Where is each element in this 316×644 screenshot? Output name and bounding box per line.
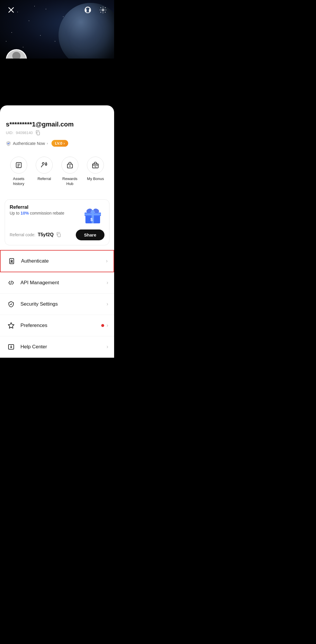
settings-button[interactable] [98,5,108,15]
svg-point-5 [102,9,104,11]
uid-value: 94098140 [16,131,33,135]
quick-actions: Assets history Referral [6,154,108,193]
copy-referral-code-button[interactable] [56,232,61,238]
menu-item-help-center[interactable]: Help Center › [0,336,114,358]
header-right-actions [83,5,108,15]
close-button[interactable] [6,5,16,15]
action-my-bonus[interactable]: % My Bonus [85,157,106,186]
security-settings-label: Security Settings [20,301,107,307]
svg-point-11 [42,162,44,165]
authenticate-menu-chevron: › [106,258,108,264]
action-assets-history[interactable]: Assets history [8,157,29,186]
menu-item-api-management[interactable]: API Management › [0,272,114,294]
rewards-hub-label: Rewards Hub [60,177,80,186]
avatar [6,49,27,59]
svg-point-4 [89,10,90,11]
copy-uid-button[interactable] [35,130,40,135]
svg-marker-33 [8,323,14,328]
referral-card-bottom: Referral code: T5yf2Q Share [10,229,104,240]
authenticate-now-label: Authenticate Now [13,141,45,146]
referral-info: Referral Up to 10% commission rebate [10,204,64,215]
action-referral[interactable]: Referral [34,157,54,186]
authenticate-menu-icon [6,256,17,266]
header-nav [0,5,114,15]
level-badge[interactable]: LV.0 › [51,140,68,147]
referral-subtitle: Up to 10% commission rebate [10,211,64,215]
assets-history-label: Assets history [8,177,29,186]
svg-rect-29 [58,234,60,237]
uid-label: UID: [6,131,13,135]
referral-code-value: T5yf2Q [38,232,54,237]
content-card: s*********1@gmail.com UID: 94098140 Auth… [0,105,114,358]
menu-item-authenticate[interactable]: Authenticate › [0,250,114,272]
authenticate-menu-label: Authenticate [21,258,106,264]
svg-rect-6 [37,132,40,135]
menu-item-security-settings[interactable]: Security Settings › [0,294,114,315]
api-management-chevron: › [107,280,108,286]
profile-section: s*********1@gmail.com UID: 94098140 Auth… [0,105,114,199]
svg-rect-30 [10,258,14,264]
preferences-icon [6,320,16,331]
api-management-label: API Management [20,280,107,286]
referral-icon-wrap [36,157,53,174]
level-label: LV.0 [55,141,62,145]
help-center-chevron: › [107,344,108,350]
action-rewards-hub[interactable]: Rewards Hub [60,157,80,186]
menu-list: Authenticate › API Management › [0,250,114,358]
referral-card-top: Referral Up to 10% commission rebate [10,204,104,225]
help-center-label: Help Center [20,344,107,350]
security-settings-chevron: › [107,301,108,307]
my-bonus-icon-wrap: % [87,157,104,174]
header-background [0,0,114,59]
svg-point-35 [11,347,12,347]
authenticate-now-badge[interactable]: Authenticate Now › [6,141,48,146]
referral-title: Referral [10,204,64,210]
menu-item-preferences[interactable]: Preferences › [0,315,114,336]
svg-text:%: % [95,165,97,168]
level-chevron: › [63,141,65,145]
svg-line-32 [11,281,11,285]
referral-code-label: Referral code: [10,232,35,237]
assets-history-icon-wrap [10,157,27,174]
support-button[interactable] [83,5,93,15]
referral-label: Referral [37,177,51,181]
share-button[interactable]: Share [76,229,104,240]
preferences-label: Preferences [20,323,101,328]
security-settings-icon [6,299,16,309]
preferences-notification-dot [101,324,104,327]
my-bonus-label: My Bonus [87,177,104,181]
help-center-icon [6,342,16,352]
rewards-hub-icon-wrap [61,157,78,174]
referral-percent: 10% [20,211,29,215]
avatar-section [6,49,27,59]
uid-row: UID: 94098140 [6,130,108,135]
referral-card: Referral Up to 10% commission rebate [5,199,109,245]
svg-point-3 [85,10,86,11]
svg-point-31 [11,260,13,261]
svg-text:$: $ [90,217,93,222]
badges-row: Authenticate Now › LV.0 › [6,140,108,147]
gift-illustration: $ [81,204,104,225]
api-management-icon [6,278,16,288]
preferences-chevron: › [107,322,108,328]
svg-point-12 [45,163,47,165]
svg-point-27 [91,210,95,213]
svg-rect-24 [85,213,101,215]
referral-code-row: Referral code: T5yf2Q [10,232,61,238]
user-email: s*********1@gmail.com [6,121,108,128]
authenticate-chevron: › [47,141,48,145]
